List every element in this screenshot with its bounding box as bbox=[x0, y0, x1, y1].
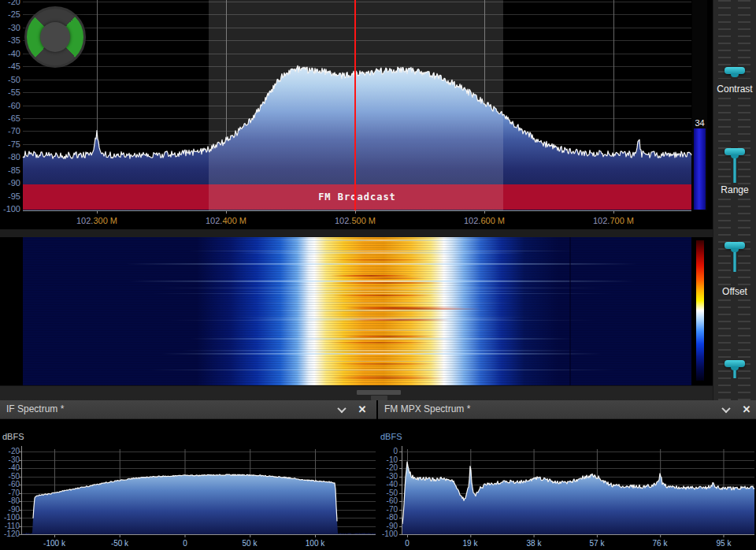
y-tick-label: -95 bbox=[0, 191, 20, 202]
y-tick-label: -85 bbox=[0, 165, 20, 176]
splitter-grip[interactable] bbox=[357, 390, 401, 395]
y-tick-label: -120 bbox=[0, 530, 20, 539]
x-tick-label: 100 k bbox=[291, 539, 339, 548]
x-tick-label: 102.500 M bbox=[320, 216, 391, 225]
x-tick-label: 102.400 M bbox=[191, 216, 261, 225]
waterfall-streak bbox=[149, 370, 615, 370]
y-tick-label: -90 bbox=[0, 178, 20, 188]
spectrum-trace bbox=[402, 462, 754, 534]
waterfall-streak bbox=[249, 303, 515, 303]
waterfall-hot-streak bbox=[330, 377, 446, 379]
waterfall-hot-streak bbox=[356, 308, 481, 310]
slider-offset-handle[interactable] bbox=[724, 242, 745, 249]
waterfall-streak bbox=[266, 329, 498, 331]
y-tick-label: -25 bbox=[0, 9, 20, 20]
waterfall-hot-streak bbox=[334, 363, 436, 365]
y-tick-label: -60 bbox=[0, 101, 20, 111]
x-tick-label: 19 k bbox=[447, 539, 494, 548]
slider-tick-marks bbox=[738, 299, 750, 400]
slider-offset-label: Offset bbox=[713, 286, 756, 297]
waterfall-trace-line bbox=[569, 237, 571, 385]
y-tick-label: -70 bbox=[0, 126, 20, 136]
y-tick-label: -55 bbox=[0, 87, 20, 98]
axis bbox=[23, 210, 691, 214]
if-spectrum-chart bbox=[0, 400, 376, 550]
waterfall-hot-streak bbox=[333, 295, 434, 296]
waterfall-streak bbox=[158, 288, 606, 288]
y-tick-label: -80 bbox=[0, 152, 20, 162]
waterfall-hot-streak bbox=[349, 319, 450, 321]
slider-4-track[interactable] bbox=[713, 299, 756, 400]
waterfall-colorbar bbox=[696, 240, 704, 381]
rf-spectrum-plot[interactable]: FM Broadcast -20-25-30-35-40-45-50-55-60… bbox=[0, 0, 713, 236]
waterfall-streak bbox=[188, 251, 575, 251]
y-tick-label: -100 bbox=[0, 204, 20, 214]
y-tick-label: -40 bbox=[0, 49, 20, 59]
y-tick-label: -100 bbox=[378, 530, 398, 539]
x-tick-label: 50 k bbox=[226, 539, 273, 548]
snr-meter-fill bbox=[694, 128, 706, 210]
waterfall-streak bbox=[273, 310, 491, 311]
waterfall-hot-streak bbox=[328, 342, 430, 344]
axis-unit-label: dBFS bbox=[2, 432, 24, 441]
panel-splitter[interactable] bbox=[0, 385, 713, 400]
axis-unit-label: dBFS bbox=[380, 432, 402, 441]
x-tick-label: 102.300 M bbox=[61, 216, 132, 225]
slider-tick-marks bbox=[738, 98, 750, 186]
waterfall-streak bbox=[238, 252, 526, 254]
display-settings-sidebar: ContrastRangeOffset bbox=[713, 0, 756, 400]
snr-meter: 34 bbox=[692, 0, 707, 210]
y-tick-label: -75 bbox=[0, 139, 20, 150]
y-tick-label: -30 bbox=[0, 23, 20, 33]
slider-4-handle[interactable] bbox=[724, 360, 745, 367]
y-tick-label: -35 bbox=[0, 35, 20, 46]
waterfall-hot-streak bbox=[332, 282, 443, 284]
waterfall-hot-streak bbox=[331, 275, 412, 277]
slider-contrast-label: Contrast bbox=[713, 84, 756, 95]
waterfall-streak bbox=[182, 350, 582, 351]
waterfall-display[interactable] bbox=[23, 237, 691, 385]
waterfall-streak bbox=[273, 240, 491, 241]
waterfall-streak bbox=[228, 291, 536, 292]
slider-contrast-handle[interactable] bbox=[724, 67, 745, 74]
waterfall-streak bbox=[191, 338, 573, 340]
x-tick-label: 0 bbox=[384, 539, 431, 548]
x-tick-label: 102.700 M bbox=[578, 216, 649, 225]
slider-offset-fill bbox=[733, 249, 736, 272]
waterfall-hot-streak bbox=[333, 376, 435, 377]
y-tick-label: -65 bbox=[0, 113, 20, 124]
mpx-spectrum-chart bbox=[378, 400, 756, 550]
x-tick-label: 76 k bbox=[636, 539, 684, 548]
waterfall-streak bbox=[161, 353, 602, 355]
waterfall-streak bbox=[134, 281, 630, 281]
slider-range-handle[interactable] bbox=[724, 148, 745, 155]
y-tick-label: -45 bbox=[0, 61, 20, 72]
tuning-selection[interactable] bbox=[209, 0, 503, 210]
x-tick-label: -50 k bbox=[96, 539, 143, 548]
lifebuoy-logo-icon bbox=[24, 6, 86, 68]
x-tick-label: 95 k bbox=[700, 539, 747, 548]
fm-mpx-spectrum-panel: FM MPX Spectrum * ✕ dBFS 0-10-20-30-40-5… bbox=[378, 400, 756, 550]
x-tick-label: 38 k bbox=[510, 539, 558, 548]
x-tick-label: 102.600 M bbox=[449, 216, 520, 225]
x-tick-label: 0 bbox=[161, 539, 209, 548]
waterfall-streak bbox=[287, 361, 477, 362]
y-tick-label: -20 bbox=[0, 0, 20, 7]
sdr-application-window: FM Broadcast -20-25-30-35-40-45-50-55-60… bbox=[0, 0, 756, 550]
waterfall-hot-streak bbox=[330, 259, 430, 261]
snr-value: 34 bbox=[692, 118, 707, 128]
waterfall-streak bbox=[151, 293, 613, 294]
slider-range-label: Range bbox=[713, 184, 756, 195]
x-tick-label: 57 k bbox=[573, 539, 621, 548]
waterfall-streak bbox=[126, 263, 637, 265]
slider-tick-marks bbox=[718, 98, 731, 186]
x-tick-label: -100 k bbox=[31, 539, 78, 548]
tuning-line[interactable] bbox=[354, 0, 356, 210]
y-tick-label: -50 bbox=[0, 75, 20, 85]
slider-tick-marks bbox=[718, 299, 731, 400]
spectrum-trace bbox=[21, 474, 376, 534]
waterfall-hot-streak bbox=[341, 336, 436, 337]
waterfall-streak bbox=[231, 317, 533, 318]
if-spectrum-panel: IF Spectrum * ✕ dBFS -20-30-40-50-60-70-… bbox=[0, 400, 376, 550]
divider bbox=[0, 229, 713, 237]
